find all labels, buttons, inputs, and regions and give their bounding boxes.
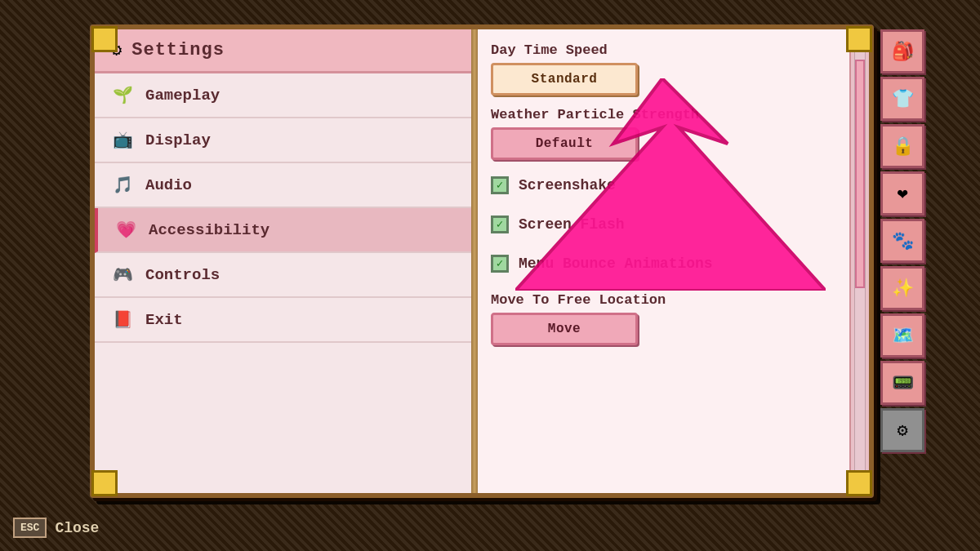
gameplay-icon: 🌱 bbox=[111, 85, 134, 105]
sidebar-icon-pets[interactable]: 🐾 bbox=[880, 219, 924, 263]
corner-bl bbox=[91, 470, 118, 496]
book-spine bbox=[471, 29, 478, 493]
day-time-speed-section: Day Time Speed Standard bbox=[491, 42, 830, 96]
controls-label: Controls bbox=[145, 266, 220, 284]
sidebar-item-display[interactable]: 📺 Display bbox=[95, 118, 471, 163]
close-label: Close bbox=[55, 520, 99, 536]
corner-tr bbox=[846, 26, 872, 52]
menu-bounce-check: ✓ bbox=[497, 258, 503, 269]
sidebar-icon-backpack[interactable]: 🎒 bbox=[880, 29, 924, 73]
scroll-thumb[interactable] bbox=[855, 60, 865, 288]
settings-header: ⚙️ Settings bbox=[95, 29, 471, 73]
accessibility-label: Accessibility bbox=[149, 221, 270, 239]
sidebar-item-gameplay[interactable]: 🌱 Gameplay bbox=[95, 73, 471, 118]
settings-title: Settings bbox=[131, 40, 225, 60]
sidebar-item-exit[interactable]: 📕 Exit bbox=[95, 298, 471, 343]
scrollbar: ▲ ▼ bbox=[849, 29, 869, 493]
screenshake-row: ✓ Screenshake bbox=[491, 171, 830, 199]
sidebar-icon-map[interactable]: 🗺️ bbox=[880, 313, 924, 358]
sidebar-icon-clothing[interactable]: 👕 bbox=[880, 77, 924, 121]
corner-tl bbox=[91, 26, 118, 52]
controls-icon: 🎮 bbox=[111, 264, 134, 285]
display-label: Display bbox=[145, 131, 211, 149]
sidebar-icon-stars[interactable]: ✨ bbox=[880, 266, 924, 310]
corner-br bbox=[846, 470, 872, 496]
screen-flash-checkbox[interactable]: ✓ bbox=[491, 216, 509, 233]
display-icon: 📺 bbox=[111, 130, 134, 150]
sidebar-icon-device[interactable]: 📟 bbox=[880, 361, 924, 405]
weather-particles-button[interactable]: Default bbox=[491, 127, 638, 160]
screenshake-label: Screenshake bbox=[519, 177, 616, 193]
exit-icon: 📕 bbox=[111, 309, 134, 330]
sidebar-item-controls[interactable]: 🎮 Controls bbox=[95, 253, 471, 298]
scroll-track bbox=[854, 51, 866, 472]
right-page: Day Time Speed Standard Weather Particle… bbox=[474, 29, 869, 493]
day-time-speed-label: Day Time Speed bbox=[491, 42, 830, 58]
weather-particles-label: Weather Particle Strength bbox=[491, 107, 830, 122]
left-page: ⚙️ Settings 🌱 Gameplay 📺 Display 🎵 Audio… bbox=[95, 29, 474, 493]
audio-icon: 🎵 bbox=[111, 175, 134, 195]
move-location-section: Move To Free Location Move bbox=[491, 292, 830, 345]
sidebar-item-audio[interactable]: 🎵 Audio bbox=[95, 163, 471, 208]
settings-book: ⚙️ Settings 🌱 Gameplay 📺 Display 🎵 Audio… bbox=[90, 24, 874, 498]
sidebar-icon-heart[interactable]: ❤️ bbox=[880, 171, 924, 216]
menu-bounce-label: Menu Bounce Animations bbox=[519, 256, 713, 272]
right-sidebar: 🎒 👕 🔒 ❤️ 🐾 ✨ 🗺️ 📟 ⚙️ bbox=[880, 29, 928, 452]
screenshake-check: ✓ bbox=[497, 180, 503, 191]
screen-flash-label: Screen Flash bbox=[519, 216, 625, 233]
menu-bounce-row: ✓ Menu Bounce Animations bbox=[491, 250, 830, 278]
move-location-label: Move To Free Location bbox=[491, 292, 830, 308]
esc-key-badge: ESC bbox=[13, 518, 47, 538]
right-content: Day Time Speed Standard Weather Particle… bbox=[474, 29, 846, 493]
weather-particles-section: Weather Particle Strength Default bbox=[491, 107, 830, 160]
screen-flash-check: ✓ bbox=[497, 219, 503, 230]
move-location-button[interactable]: Move bbox=[491, 313, 638, 345]
exit-label: Exit bbox=[145, 311, 183, 329]
audio-label: Audio bbox=[145, 176, 192, 194]
screenshake-checkbox[interactable]: ✓ bbox=[491, 176, 509, 194]
sidebar-item-accessibility[interactable]: 💗 Accessibility bbox=[95, 208, 471, 253]
gameplay-label: Gameplay bbox=[145, 87, 220, 104]
day-time-speed-button[interactable]: Standard bbox=[491, 63, 638, 96]
sidebar-icon-settings[interactable]: ⚙️ bbox=[880, 408, 924, 452]
accessibility-icon: 💗 bbox=[114, 220, 137, 240]
menu-bounce-checkbox[interactable]: ✓ bbox=[491, 255, 509, 273]
bottom-bar: ESC Close bbox=[13, 518, 99, 538]
screen-flash-row: ✓ Screen Flash bbox=[491, 211, 830, 238]
sidebar-icon-lock[interactable]: 🔒 bbox=[880, 124, 924, 168]
